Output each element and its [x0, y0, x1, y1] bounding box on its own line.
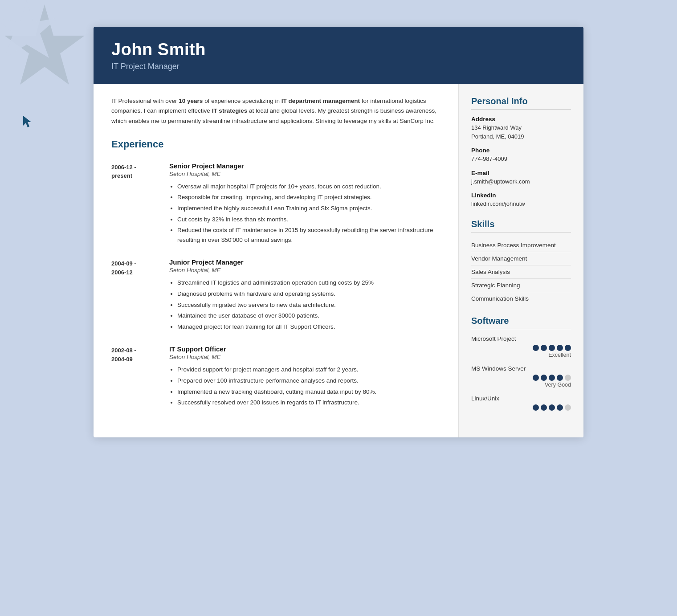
address-value: 134 Rightward WayPortland, ME, 04019 [471, 123, 571, 141]
dot [541, 345, 547, 351]
exp-bullets-2: Streamlined IT logistics and administrat… [169, 278, 442, 331]
experience-entry-3: 2002-08 - 2004-09 IT Support Officer Set… [111, 345, 442, 408]
exp-title-3: IT Support Officer [169, 345, 442, 353]
exp-title-1: Senior Project Manager [169, 162, 442, 170]
experience-section: Experience 2006-12 - present Senior Proj… [111, 139, 442, 409]
exp-title-2: Junior Project Manager [169, 258, 442, 266]
dot [549, 375, 555, 381]
dot [557, 375, 563, 381]
dot [549, 404, 555, 411]
bullet-item: Reduced the costs of IT maintenance in 2… [177, 225, 442, 245]
experience-entry-1: 2006-12 - present Senior Project Manager… [111, 162, 442, 246]
bullet-item: Implemented a new tracking dashboard, cu… [177, 387, 442, 397]
bullet-item: Diagnosed problems with hardware and ope… [177, 289, 442, 299]
dot-empty [565, 404, 571, 411]
exp-company-3: Seton Hospital, ME [169, 354, 442, 360]
bullet-item: Implemented the highly successful Lean T… [177, 204, 442, 213]
candidate-title: IT Project Manager [111, 62, 566, 71]
software-name-2: MS Windows Server [471, 365, 571, 372]
skill-item-2: Vendor Management [471, 252, 571, 265]
skills-section: Skills Business Process Improvement Vend… [471, 219, 571, 305]
dot [541, 375, 547, 381]
skills-list: Business Process Improvement Vendor Mana… [471, 239, 571, 305]
phone-label: Phone [471, 147, 571, 154]
exp-date-end-3: 2004-09 [111, 356, 133, 363]
exp-details-3: IT Support Officer Seton Hospital, ME Pr… [169, 345, 442, 408]
exp-date-end-1: present [111, 172, 132, 179]
software-rating-1: Excellent [471, 352, 571, 358]
address-label: Address [471, 116, 571, 122]
skill-item-3: Sales Analysis [471, 265, 571, 279]
address-block: Address 134 Rightward WayPortland, ME, 0… [471, 116, 571, 141]
software-dots-2 [471, 375, 571, 381]
linkedin-block: LinkedIn linkedin.com/johnutw [471, 192, 571, 208]
software-name-3: Linux/Unix [471, 395, 571, 402]
exp-bullets-1: Oversaw all major hospital IT projects f… [169, 182, 442, 245]
email-label: E-mail [471, 170, 571, 176]
summary-paragraph: IT Professional with over 10 years of ex… [111, 96, 442, 126]
email-block: E-mail j.smith@uptowork.com [471, 170, 571, 186]
bullet-item: Provided support for project managers an… [177, 365, 442, 375]
bullet-item: Successfully resolved over 200 issues in… [177, 398, 442, 408]
bullet-item: Responsible for creating, improving, and… [177, 192, 442, 202]
dot [533, 404, 539, 411]
exp-date-start-2: 2004-09 - [111, 260, 136, 267]
cursor-decoration [23, 116, 34, 128]
dot [565, 345, 571, 351]
software-name-1: Microsoft Project [471, 335, 571, 342]
software-title: Software [471, 316, 571, 329]
bullet-item: Maintained the user database of over 300… [177, 311, 442, 321]
linkedin-value: linkedin.com/johnutw [471, 200, 571, 208]
software-dots-3 [471, 404, 571, 411]
experience-entry-2: 2004-09 - 2006-12 Junior Project Manager… [111, 258, 442, 333]
exp-dates-1: 2006-12 - present [111, 162, 169, 246]
svg-marker-2 [23, 116, 31, 127]
resume-body: IT Professional with over 10 years of ex… [94, 84, 583, 437]
exp-bullets-3: Provided support for project managers an… [169, 365, 442, 407]
dot [533, 345, 539, 351]
star-decoration [0, 0, 89, 89]
dot-empty [565, 375, 571, 381]
skill-item-1: Business Process Improvement [471, 239, 571, 252]
dot [549, 345, 555, 351]
exp-dates-2: 2004-09 - 2006-12 [111, 258, 169, 333]
phone-value: 774-987-4009 [471, 155, 571, 163]
software-item-3: Linux/Unix [471, 395, 571, 411]
candidate-name: John Smith [111, 40, 566, 59]
dot [533, 375, 539, 381]
exp-date-start-3: 2002-08 - [111, 347, 136, 354]
exp-date-start-1: 2006-12 - [111, 164, 136, 171]
personal-info-section: Personal Info Address 134 Rightward WayP… [471, 96, 571, 208]
bullet-item: Oversaw all major hospital IT projects f… [177, 182, 442, 192]
skill-item-4: Strategic Planning [471, 279, 571, 292]
dot [557, 345, 563, 351]
software-item-2: MS Windows Server Very Good [471, 365, 571, 388]
experience-section-title: Experience [111, 139, 442, 153]
exp-company-1: Seton Hospital, ME [169, 171, 442, 177]
bullet-item: Streamlined IT logistics and administrat… [177, 278, 442, 288]
svg-marker-0 [4, 4, 85, 85]
software-dots-1 [471, 345, 571, 351]
email-value: j.smith@uptowork.com [471, 177, 571, 186]
skill-item-5: Communication Skills [471, 292, 571, 305]
linkedin-label: LinkedIn [471, 192, 571, 199]
svg-marker-1 [0, 0, 58, 58]
bullet-item: Successfully migrated two servers to new… [177, 300, 442, 310]
personal-info-title: Personal Info [471, 96, 571, 110]
exp-date-end-2: 2006-12 [111, 269, 133, 276]
sidebar: Personal Info Address 134 Rightward WayP… [459, 84, 583, 437]
exp-dates-3: 2002-08 - 2004-09 [111, 345, 169, 408]
dot [541, 404, 547, 411]
exp-company-2: Seton Hospital, ME [169, 267, 442, 273]
bullet-item: Cut costs by 32% in less than six months… [177, 215, 442, 224]
bullet-item: Managed project for lean training for al… [177, 322, 442, 332]
phone-block: Phone 774-987-4009 [471, 147, 571, 163]
skills-title: Skills [471, 219, 571, 233]
main-content: IT Professional with over 10 years of ex… [94, 84, 459, 437]
exp-details-2: Junior Project Manager Seton Hospital, M… [169, 258, 442, 333]
bullet-item: Prepared over 100 infrastructure perform… [177, 376, 442, 386]
resume-container: John Smith IT Project Manager IT Profess… [94, 27, 583, 437]
software-rating-2: Very Good [471, 382, 571, 388]
dot [557, 404, 563, 411]
resume-header: John Smith IT Project Manager [94, 27, 583, 84]
